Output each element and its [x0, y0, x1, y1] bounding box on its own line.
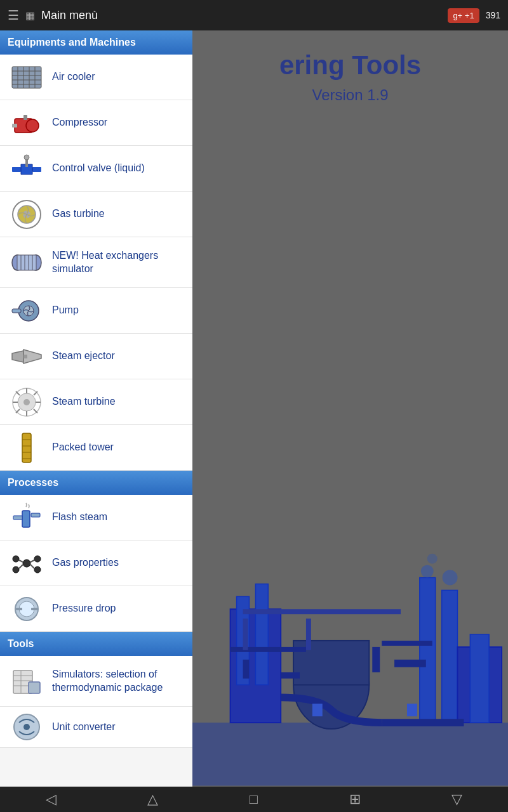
svg-rect-95: [306, 619, 311, 650]
svg-marker-31: [12, 351, 23, 362]
simulators-icon: [6, 661, 47, 702]
top-bar: ☰ ▦ Main menù g+ +1 391: [0, 0, 508, 30]
svg-line-58: [19, 560, 23, 562]
svg-rect-75: [192, 723, 508, 785]
google-plus-label: g+ +1: [453, 11, 474, 20]
gas-turbine-label: Gas turbine: [52, 207, 105, 221]
steam-turbine-label: Steam turbine: [52, 395, 116, 409]
svg-rect-91: [312, 704, 323, 716]
svg-rect-11: [12, 124, 17, 128]
sidebar-item-control-valve[interactable]: Control valve (liquid): [0, 146, 192, 192]
pump-icon: [6, 291, 47, 331]
sidebar-item-flash-steam[interactable]: Flash steam: [0, 495, 192, 540]
svg-line-61: [30, 565, 34, 568]
sidebar-item-heat-exchanger[interactable]: NEW! Heat exchangers simulator: [0, 237, 192, 288]
air-cooler-label: Air cooler: [52, 70, 95, 84]
google-plus-button[interactable]: g+ +1: [448, 8, 479, 23]
gas-properties-icon: [6, 543, 47, 584]
svg-point-54: [13, 556, 19, 562]
app-title: Main menù: [41, 9, 441, 22]
svg-rect-82: [243, 660, 250, 679]
sidebar-item-compressor[interactable]: Compressor: [0, 100, 192, 146]
main-layout: Equipments and Machines Air cooler: [0, 30, 508, 787]
svg-rect-71: [29, 682, 40, 693]
svg-rect-51: [13, 516, 22, 520]
svg-point-73: [23, 724, 30, 730]
home-button[interactable]: △: [147, 791, 158, 808]
svg-rect-89: [231, 647, 306, 652]
scan-button[interactable]: ⊞: [349, 791, 361, 808]
app-version: Version 1.9: [312, 86, 388, 104]
hamburger-icon[interactable]: ☰: [8, 8, 19, 23]
up-button[interactable]: ▽: [451, 791, 462, 808]
svg-line-60: [19, 565, 23, 568]
svg-point-55: [34, 556, 41, 562]
svg-rect-84: [442, 590, 458, 723]
svg-rect-65: [31, 608, 37, 610]
steam-ejector-icon: [6, 336, 47, 377]
flash-steam-label: Flash steam: [52, 511, 107, 524]
air-cooler-icon: [6, 57, 47, 98]
like-count: 391: [486, 10, 500, 20]
svg-point-17: [24, 155, 29, 160]
svg-rect-92: [407, 704, 417, 716]
steam-turbine-icon: [6, 382, 47, 422]
svg-rect-93: [243, 609, 401, 614]
compressor-icon: [6, 103, 47, 143]
svg-point-53: [23, 560, 30, 567]
sidebar-item-pressure-drop[interactable]: Pressure drop: [0, 586, 192, 632]
sidebar-item-unit-converter[interactable]: Unit converter: [0, 707, 192, 748]
svg-rect-64: [16, 608, 22, 610]
pump-label: Pump: [52, 304, 79, 317]
bottom-nav: ◁ △ □ ⊞ ▽: [0, 787, 508, 812]
sidebar-item-steam-turbine[interactable]: Steam turbine: [0, 379, 192, 425]
svg-point-98: [427, 554, 438, 564]
gas-turbine-icon: [6, 194, 47, 235]
section-header-processes: Processes: [0, 471, 192, 495]
heat-exchanger-icon: [6, 242, 47, 283]
svg-rect-12: [23, 115, 27, 120]
control-valve-icon: [6, 148, 47, 189]
svg-rect-88: [470, 634, 489, 723]
sidebar-item-air-cooler[interactable]: Air cooler: [0, 55, 192, 100]
pressure-drop-icon: [6, 589, 47, 629]
svg-rect-85: [394, 660, 426, 667]
svg-rect-90: [382, 641, 432, 646]
svg-rect-94: [243, 619, 248, 650]
packed-tower-icon: [6, 428, 47, 468]
app-content-title: ering Tools: [279, 49, 421, 81]
recent-apps-button[interactable]: □: [250, 791, 258, 808]
svg-rect-33: [23, 355, 27, 358]
sidebar-item-steam-ejector[interactable]: Steam ejector: [0, 334, 192, 379]
svg-point-10: [26, 119, 39, 132]
svg-point-56: [13, 566, 19, 573]
back-button[interactable]: ◁: [46, 791, 57, 808]
svg-point-96: [421, 565, 434, 578]
svg-rect-50: [22, 511, 30, 527]
svg-point-97: [443, 570, 458, 586]
svg-rect-14: [32, 167, 41, 172]
svg-point-36: [23, 399, 30, 405]
svg-rect-45: [22, 433, 31, 462]
factory-illustration: [192, 482, 508, 787]
sidebar-item-pump[interactable]: Pump: [0, 288, 192, 334]
svg-rect-13: [12, 167, 21, 172]
sidebar-item-packed-tower[interactable]: Packed tower: [0, 425, 192, 471]
grid-icon: ▦: [25, 10, 35, 22]
simulators-label: Simulators: selection of thermodynamic p…: [52, 668, 186, 695]
section-header-equipments: Equipments and Machines: [0, 30, 192, 55]
sidebar: Equipments and Machines Air cooler: [0, 30, 192, 787]
svg-point-57: [34, 566, 41, 573]
heat-exchanger-label: NEW! Heat exchangers simulator: [52, 249, 186, 276]
sidebar-item-gas-properties[interactable]: Gas properties: [0, 540, 192, 586]
svg-rect-86: [372, 647, 380, 672]
svg-rect-23: [17, 255, 36, 270]
svg-line-59: [30, 560, 34, 562]
sidebar-item-simulators[interactable]: Simulators: selection of thermodynamic p…: [0, 656, 192, 707]
unit-converter-label: Unit converter: [52, 721, 116, 734]
sidebar-item-gas-turbine[interactable]: Gas turbine: [0, 192, 192, 237]
svg-rect-30: [12, 309, 21, 313]
section-header-tools: Tools: [0, 632, 192, 656]
svg-rect-83: [420, 578, 436, 723]
flash-steam-icon: [6, 497, 47, 538]
